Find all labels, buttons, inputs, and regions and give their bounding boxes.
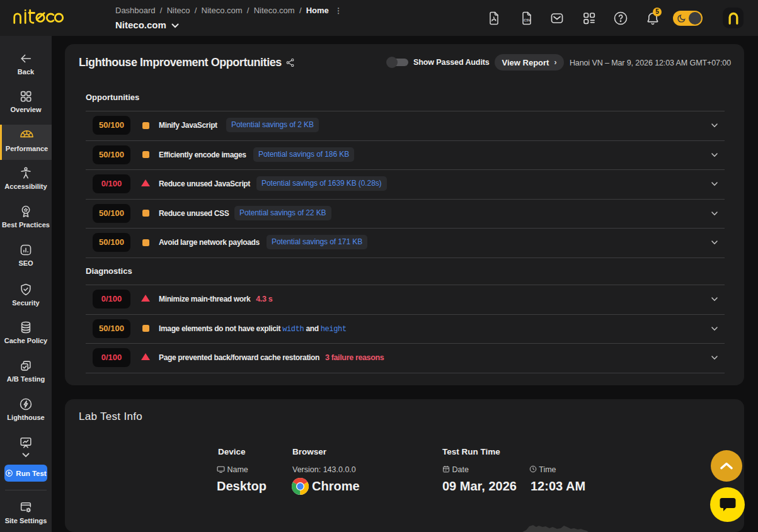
svg-text:CSV: CSV [524,18,531,22]
